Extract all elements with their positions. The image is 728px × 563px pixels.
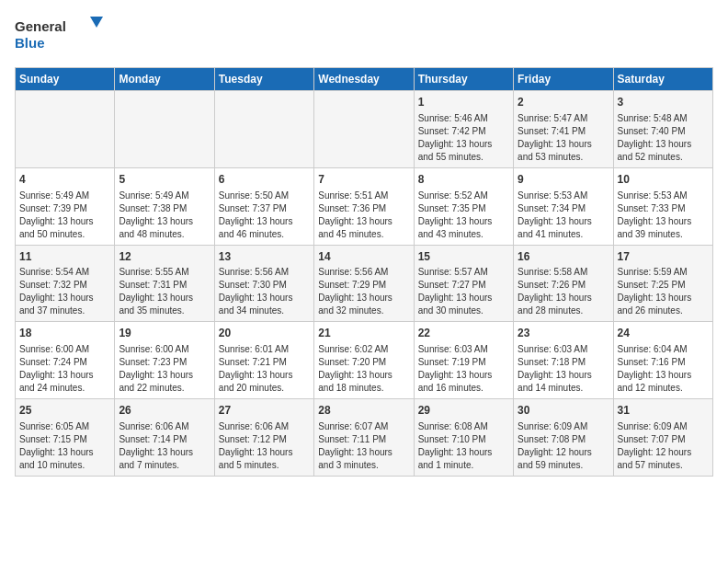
calendar-cell: 31Sunrise: 6:09 AM Sunset: 7:07 PM Dayli… bbox=[613, 399, 712, 477]
day-number: 11 bbox=[19, 249, 110, 265]
day-header-saturday: Saturday bbox=[613, 68, 712, 91]
day-info: Sunrise: 5:55 AM Sunset: 7:31 PM Dayligh… bbox=[119, 266, 210, 317]
day-number: 8 bbox=[418, 172, 509, 188]
day-info: Sunrise: 5:46 AM Sunset: 7:42 PM Dayligh… bbox=[418, 112, 509, 164]
day-number: 22 bbox=[418, 326, 509, 341]
week-row-3: 18Sunrise: 6:00 AM Sunset: 7:24 PM Dayli… bbox=[16, 322, 713, 399]
day-info: Sunrise: 5:53 AM Sunset: 7:34 PM Dayligh… bbox=[518, 190, 609, 241]
day-info: Sunrise: 6:00 AM Sunset: 7:23 PM Dayligh… bbox=[119, 343, 210, 395]
day-header-sunday: Sunday bbox=[16, 68, 115, 91]
calendar-cell: 21Sunrise: 6:02 AM Sunset: 7:20 PM Dayli… bbox=[314, 322, 414, 399]
day-info: Sunrise: 5:57 AM Sunset: 7:27 PM Dayligh… bbox=[418, 266, 509, 317]
day-number: 12 bbox=[119, 249, 210, 265]
day-number: 31 bbox=[618, 403, 709, 419]
day-number: 24 bbox=[618, 326, 709, 341]
calendar-cell bbox=[115, 91, 214, 168]
day-info: Sunrise: 5:59 AM Sunset: 7:25 PM Dayligh… bbox=[618, 266, 709, 317]
day-info: Sunrise: 6:05 AM Sunset: 7:15 PM Dayligh… bbox=[19, 420, 110, 472]
day-number: 7 bbox=[318, 172, 409, 188]
day-number: 26 bbox=[119, 403, 210, 419]
day-info: Sunrise: 5:56 AM Sunset: 7:29 PM Dayligh… bbox=[318, 266, 409, 317]
day-number: 28 bbox=[318, 403, 409, 419]
calendar-cell bbox=[16, 91, 115, 168]
day-number: 18 bbox=[19, 326, 110, 341]
day-info: Sunrise: 6:09 AM Sunset: 7:07 PM Dayligh… bbox=[618, 420, 709, 472]
day-info: Sunrise: 5:47 AM Sunset: 7:41 PM Dayligh… bbox=[518, 112, 609, 164]
day-info: Sunrise: 6:04 AM Sunset: 7:16 PM Dayligh… bbox=[618, 343, 709, 395]
calendar-cell: 14Sunrise: 5:56 AM Sunset: 7:29 PM Dayli… bbox=[314, 245, 414, 322]
day-info: Sunrise: 6:00 AM Sunset: 7:24 PM Dayligh… bbox=[19, 343, 110, 395]
calendar-cell: 7Sunrise: 5:51 AM Sunset: 7:36 PM Daylig… bbox=[314, 167, 414, 245]
day-number: 14 bbox=[318, 249, 409, 265]
logo: General Blue bbox=[15, 15, 107, 56]
day-info: Sunrise: 6:03 AM Sunset: 7:19 PM Dayligh… bbox=[418, 343, 509, 395]
calendar-cell: 6Sunrise: 5:50 AM Sunset: 7:37 PM Daylig… bbox=[214, 167, 313, 245]
calendar-cell: 3Sunrise: 5:48 AM Sunset: 7:40 PM Daylig… bbox=[613, 91, 712, 168]
day-number: 29 bbox=[418, 403, 509, 419]
calendar-cell bbox=[314, 91, 414, 168]
day-header-tuesday: Tuesday bbox=[214, 68, 313, 91]
calendar-cell: 27Sunrise: 6:06 AM Sunset: 7:12 PM Dayli… bbox=[214, 399, 313, 477]
day-info: Sunrise: 6:01 AM Sunset: 7:21 PM Dayligh… bbox=[219, 343, 310, 395]
day-number: 17 bbox=[618, 249, 709, 265]
calendar-cell: 15Sunrise: 5:57 AM Sunset: 7:27 PM Dayli… bbox=[414, 245, 513, 322]
day-number: 21 bbox=[318, 326, 409, 341]
calendar-cell bbox=[214, 91, 313, 168]
day-number: 6 bbox=[219, 172, 310, 188]
day-info: Sunrise: 5:51 AM Sunset: 7:36 PM Dayligh… bbox=[318, 190, 409, 241]
day-number: 15 bbox=[418, 249, 509, 265]
calendar-cell: 22Sunrise: 6:03 AM Sunset: 7:19 PM Dayli… bbox=[414, 322, 513, 399]
week-row-4: 25Sunrise: 6:05 AM Sunset: 7:15 PM Dayli… bbox=[16, 399, 713, 477]
day-number: 23 bbox=[518, 326, 609, 341]
day-info: Sunrise: 6:08 AM Sunset: 7:10 PM Dayligh… bbox=[418, 420, 509, 472]
calendar-cell: 16Sunrise: 5:58 AM Sunset: 7:26 PM Dayli… bbox=[514, 245, 613, 322]
calendar-cell: 11Sunrise: 5:54 AM Sunset: 7:32 PM Dayli… bbox=[16, 245, 115, 322]
day-number: 25 bbox=[19, 403, 110, 419]
calendar-cell: 10Sunrise: 5:53 AM Sunset: 7:33 PM Dayli… bbox=[613, 167, 712, 245]
week-row-2: 11Sunrise: 5:54 AM Sunset: 7:32 PM Dayli… bbox=[16, 245, 713, 322]
calendar-table: SundayMondayTuesdayWednesdayThursdayFrid… bbox=[15, 67, 713, 477]
day-info: Sunrise: 6:07 AM Sunset: 7:11 PM Dayligh… bbox=[318, 420, 409, 472]
day-info: Sunrise: 6:06 AM Sunset: 7:14 PM Dayligh… bbox=[119, 420, 210, 472]
svg-text:General: General bbox=[15, 18, 66, 34]
day-info: Sunrise: 5:50 AM Sunset: 7:37 PM Dayligh… bbox=[219, 190, 310, 241]
week-row-0: 1Sunrise: 5:46 AM Sunset: 7:42 PM Daylig… bbox=[16, 91, 713, 168]
calendar-cell: 5Sunrise: 5:49 AM Sunset: 7:38 PM Daylig… bbox=[115, 167, 214, 245]
day-number: 27 bbox=[219, 403, 310, 419]
logo-svg: General Blue bbox=[15, 15, 107, 56]
day-number: 16 bbox=[518, 249, 609, 265]
day-number: 2 bbox=[518, 95, 609, 110]
day-header-wednesday: Wednesday bbox=[314, 68, 414, 91]
calendar-cell: 17Sunrise: 5:59 AM Sunset: 7:25 PM Dayli… bbox=[613, 245, 712, 322]
day-info: Sunrise: 5:54 AM Sunset: 7:32 PM Dayligh… bbox=[19, 266, 110, 317]
calendar-cell: 29Sunrise: 6:08 AM Sunset: 7:10 PM Dayli… bbox=[414, 399, 513, 477]
calendar-cell: 28Sunrise: 6:07 AM Sunset: 7:11 PM Dayli… bbox=[314, 399, 414, 477]
day-header-thursday: Thursday bbox=[414, 68, 513, 91]
day-number: 19 bbox=[119, 326, 210, 341]
calendar-cell: 19Sunrise: 6:00 AM Sunset: 7:23 PM Dayli… bbox=[115, 322, 214, 399]
header: General Blue bbox=[15, 15, 713, 56]
day-info: Sunrise: 6:06 AM Sunset: 7:12 PM Dayligh… bbox=[219, 420, 310, 472]
day-info: Sunrise: 5:53 AM Sunset: 7:33 PM Dayligh… bbox=[618, 190, 709, 241]
calendar-cell: 24Sunrise: 6:04 AM Sunset: 7:16 PM Dayli… bbox=[613, 322, 712, 399]
calendar-cell: 4Sunrise: 5:49 AM Sunset: 7:39 PM Daylig… bbox=[16, 167, 115, 245]
day-number: 3 bbox=[618, 95, 709, 110]
days-header-row: SundayMondayTuesdayWednesdayThursdayFrid… bbox=[16, 68, 713, 91]
calendar-cell: 20Sunrise: 6:01 AM Sunset: 7:21 PM Dayli… bbox=[214, 322, 313, 399]
day-number: 4 bbox=[19, 172, 110, 188]
day-number: 30 bbox=[518, 403, 609, 419]
day-header-monday: Monday bbox=[115, 68, 214, 91]
svg-text:Blue: Blue bbox=[15, 35, 45, 51]
calendar-cell: 13Sunrise: 5:56 AM Sunset: 7:30 PM Dayli… bbox=[214, 245, 313, 322]
calendar-cell: 26Sunrise: 6:06 AM Sunset: 7:14 PM Dayli… bbox=[115, 399, 214, 477]
day-info: Sunrise: 5:48 AM Sunset: 7:40 PM Dayligh… bbox=[618, 112, 709, 164]
day-info: Sunrise: 6:09 AM Sunset: 7:08 PM Dayligh… bbox=[518, 420, 609, 472]
day-info: Sunrise: 5:56 AM Sunset: 7:30 PM Dayligh… bbox=[219, 266, 310, 317]
calendar-cell: 25Sunrise: 6:05 AM Sunset: 7:15 PM Dayli… bbox=[16, 399, 115, 477]
svg-marker-2 bbox=[90, 17, 103, 28]
calendar-cell: 12Sunrise: 5:55 AM Sunset: 7:31 PM Dayli… bbox=[115, 245, 214, 322]
day-number: 13 bbox=[219, 249, 310, 265]
day-header-friday: Friday bbox=[514, 68, 613, 91]
day-number: 10 bbox=[618, 172, 709, 188]
day-number: 1 bbox=[418, 95, 509, 110]
